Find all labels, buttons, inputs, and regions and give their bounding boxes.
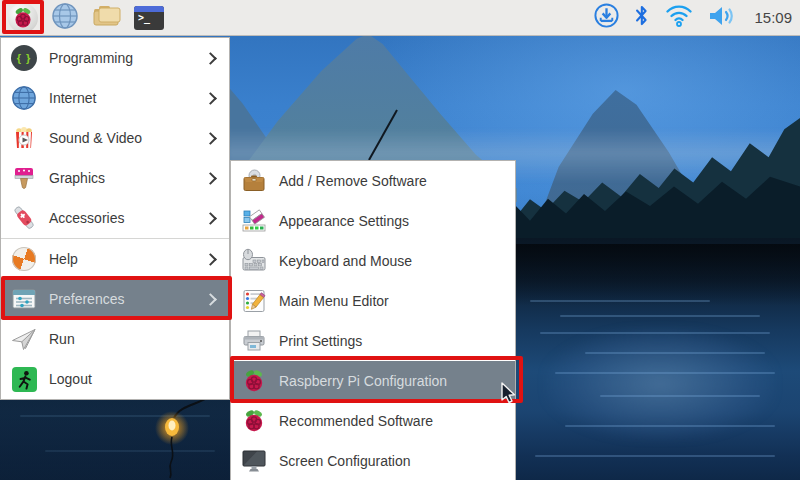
- submenu-item-main-menu-editor[interactable]: Main Menu Editor: [231, 281, 515, 321]
- submenu-item-label: Keyboard and Mouse: [279, 253, 505, 269]
- accessories-knife-icon: [11, 205, 37, 231]
- ripple: [540, 332, 770, 334]
- raspberry-logo-icon: [241, 408, 267, 434]
- help-lifebuoy-icon: [11, 246, 37, 272]
- menu-item-logout[interactable]: Logout: [1, 359, 229, 399]
- submenu-item-recommended-software[interactable]: Recommended Software: [231, 401, 515, 441]
- submenu-item-keyboard-and-mouse[interactable]: Keyboard and Mouse: [231, 241, 515, 281]
- printer-icon: [241, 328, 267, 354]
- wire-in-sky: [360, 106, 404, 164]
- ripple: [535, 455, 775, 457]
- updates-icon[interactable]: [593, 2, 620, 33]
- graphics-paintbrush-icon: [11, 165, 37, 191]
- file-manager-button[interactable]: [92, 3, 122, 33]
- menu-item-sound-video[interactable]: Sound & Video: [1, 118, 229, 158]
- desktop: >_: [0, 0, 800, 480]
- menu-item-run[interactable]: Run: [1, 319, 229, 359]
- submenu-arrow-icon: [204, 132, 217, 145]
- run-paper-plane-icon: [11, 326, 37, 352]
- menu-item-label: Internet: [49, 90, 194, 106]
- ripple: [585, 352, 765, 354]
- applications-menu-panel: { } Programming Internet: [0, 37, 230, 400]
- submenu-item-print-settings[interactable]: Print Settings: [231, 321, 515, 361]
- menu-item-graphics[interactable]: Graphics: [1, 158, 229, 198]
- terminal-icon: >_: [134, 6, 164, 30]
- lantern-reflection: [140, 392, 230, 480]
- keyboard-mouse-icon: [241, 248, 267, 274]
- submenu-item-label: Print Settings: [279, 333, 505, 349]
- submenu-arrow-icon: [204, 253, 217, 266]
- sound-video-icon: [11, 125, 37, 151]
- ripple: [560, 315, 760, 317]
- menu-item-label: Programming: [49, 50, 194, 66]
- programming-icon: { }: [11, 45, 37, 71]
- taskbar: >_: [0, 0, 800, 36]
- monitor-icon: [241, 448, 267, 474]
- mouse-cursor: [498, 381, 516, 405]
- submenu-arrow-icon: [204, 172, 217, 185]
- ripple: [530, 300, 710, 302]
- ripple: [555, 372, 775, 374]
- submenu-arrow-icon: [204, 52, 217, 65]
- globe-icon: [51, 2, 79, 34]
- submenu-arrow-icon: [204, 212, 217, 225]
- submenu-item-label: Recommended Software: [279, 413, 505, 429]
- menu-item-label: Run: [49, 331, 219, 347]
- appearance-settings-icon: [241, 208, 267, 234]
- submenu-item-label: Main Menu Editor: [279, 293, 505, 309]
- annotation-box-raspberry-pi-configuration: [230, 356, 523, 403]
- taskbar-status-area: 15:09: [593, 2, 792, 33]
- submenu-item-add-remove-software[interactable]: Add / Remove Software: [231, 161, 515, 201]
- menu-item-label: Logout: [49, 371, 219, 387]
- preferences-submenu-panel: Add / Remove Software Appea: [230, 160, 516, 480]
- menu-item-accessories[interactable]: Accessories: [1, 198, 229, 238]
- menu-item-label: Accessories: [49, 210, 194, 226]
- menu-item-help[interactable]: Help: [1, 239, 229, 279]
- submenu-item-screen-configuration[interactable]: Screen Configuration: [231, 441, 515, 480]
- menu-item-label: Graphics: [49, 170, 194, 186]
- volume-icon[interactable]: [707, 3, 739, 33]
- submenu-item-label: Appearance Settings: [279, 213, 505, 229]
- logout-icon: [11, 366, 37, 392]
- web-browser-button[interactable]: [50, 3, 80, 33]
- ripple: [565, 425, 775, 427]
- annotation-box-menu-button: [2, 0, 44, 34]
- submenu-arrow-icon: [204, 92, 217, 105]
- bluetooth-icon[interactable]: [633, 2, 651, 33]
- menu-item-label: Sound & Video: [49, 130, 194, 146]
- main-menu-editor-icon: [241, 288, 267, 314]
- folder-icon: [92, 3, 122, 33]
- ripple: [600, 395, 760, 397]
- submenu-item-appearance-settings[interactable]: Appearance Settings: [231, 201, 515, 241]
- tree-reflection: [515, 244, 800, 306]
- submenu-item-label: Add / Remove Software: [279, 173, 505, 189]
- wifi-icon[interactable]: [664, 3, 694, 32]
- annotation-box-preferences: [1, 276, 232, 320]
- submenu-item-label: Screen Configuration: [279, 453, 505, 469]
- menu-item-label: Help: [49, 251, 194, 267]
- clock[interactable]: 15:09: [752, 9, 792, 26]
- terminal-button[interactable]: >_: [134, 3, 164, 33]
- mountain-reflection: [545, 328, 775, 440]
- menu-item-internet[interactable]: Internet: [1, 78, 229, 118]
- internet-globe-icon: [11, 85, 37, 111]
- menu-item-programming[interactable]: { } Programming: [1, 38, 229, 78]
- add-remove-software-icon: [241, 168, 267, 194]
